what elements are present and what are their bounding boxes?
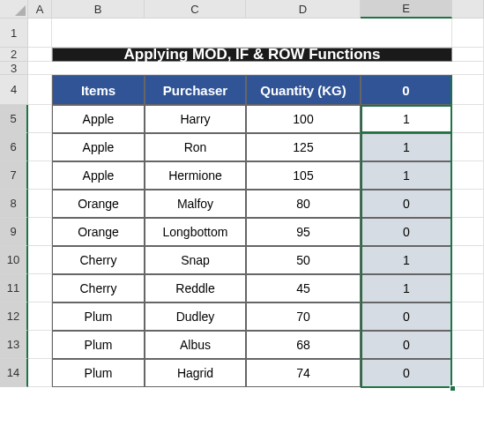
cell-f10[interactable] [452,246,484,274]
cell-a10[interactable] [28,246,52,274]
cell-purchaser-6[interactable]: Ron [145,133,246,161]
cell-flag-6[interactable]: 1 [361,133,452,161]
cell-a12[interactable] [28,302,52,331]
cell-a14[interactable] [28,359,52,387]
cell-a11[interactable] [28,274,52,302]
cell-items-8[interactable]: Orange [52,190,145,218]
title-cell[interactable]: Applying MOD, IF & ROW Functions [52,48,452,62]
cell-purchaser-11[interactable]: Reddle [145,274,246,302]
cell-f7[interactable] [452,161,484,190]
cell-a7[interactable] [28,161,52,190]
cell-flag-12[interactable]: 0 [361,302,452,331]
cell-f5[interactable] [452,105,484,133]
row-header-7[interactable]: 7 [0,161,28,190]
cell-items-12[interactable]: Plum [52,302,145,331]
cell-qty-12[interactable]: 70 [246,302,361,331]
cell-f9[interactable] [452,218,484,246]
cell-qty-9[interactable]: 95 [246,218,361,246]
header-flag[interactable]: 0 [361,75,452,105]
col-header-d[interactable]: D [246,0,361,19]
cell-purchaser-7[interactable]: Hermione [145,161,246,190]
col-header-a[interactable]: A [28,0,52,19]
cell-f1[interactable] [452,19,484,48]
row-header-6[interactable]: 6 [0,133,28,161]
cell-items-9[interactable]: Orange [52,218,145,246]
cell-purchaser-14[interactable]: Hagrid [145,359,246,387]
cell-f13[interactable] [452,331,484,359]
cell-purchaser-5[interactable]: Harry [145,105,246,133]
cell-purchaser-8[interactable]: Malfoy [145,190,246,218]
fill-handle[interactable] [450,385,456,392]
cell-flag-11[interactable]: 1 [361,274,452,302]
row-header-8[interactable]: 8 [0,190,28,218]
row-header-11[interactable]: 11 [0,274,28,302]
cell-flag-8[interactable]: 0 [361,190,452,218]
row-header-9[interactable]: 9 [0,218,28,246]
cell-a1[interactable] [28,19,52,48]
select-all-corner[interactable] [0,0,28,19]
cell-purchaser-10[interactable]: Snap [145,246,246,274]
col-header-b[interactable]: B [52,0,145,19]
cell-qty-8[interactable]: 80 [246,190,361,218]
cell-f11[interactable] [452,274,484,302]
cell-qty-7[interactable]: 105 [246,161,361,190]
spreadsheet-grid[interactable]: A B C D E 1 2 Applying MOD, IF & ROW Fun… [0,0,484,387]
cell-flag-7[interactable]: 1 [361,161,452,190]
cell-purchaser-12[interactable]: Dudley [145,302,246,331]
cell-flag-9[interactable]: 0 [361,218,452,246]
col-header-blank[interactable] [452,0,484,19]
cell-f2[interactable] [452,48,484,62]
header-quantity[interactable]: Quantity (KG) [246,75,361,105]
cell-a5[interactable] [28,105,52,133]
row-header-14[interactable]: 14 [0,359,28,387]
cell-qty-6[interactable]: 125 [246,133,361,161]
cell-items-7[interactable]: Apple [52,161,145,190]
cell-items-11[interactable]: Cherry [52,274,145,302]
cell-flag-5[interactable]: 1 [361,105,452,133]
cell-f8[interactable] [452,190,484,218]
cell-a6[interactable] [28,133,52,161]
header-purchaser[interactable]: Purchaser [145,75,246,105]
cell-purchaser-9[interactable]: Longbottom [145,218,246,246]
row-header-3[interactable]: 3 [0,62,28,75]
cell-f14[interactable] [452,359,484,387]
cell-a13[interactable] [28,331,52,359]
cell-a8[interactable] [28,190,52,218]
cell-f6[interactable] [452,133,484,161]
col-header-c[interactable]: C [145,0,246,19]
row-header-12[interactable]: 12 [0,302,28,331]
cell-qty-13[interactable]: 68 [246,331,361,359]
cell-items-5[interactable]: Apple [52,105,145,133]
cell-items-13[interactable]: Plum [52,331,145,359]
cell-qty-10[interactable]: 50 [246,246,361,274]
cell-f4[interactable] [452,75,484,105]
row-header-13[interactable]: 13 [0,331,28,359]
cell-a4[interactable] [28,75,52,105]
row-header-2[interactable]: 2 [0,48,28,62]
cell-a2[interactable] [28,48,52,62]
row-header-1[interactable]: 1 [0,19,28,48]
cell-f12[interactable] [452,302,484,331]
row-header-10[interactable]: 10 [0,246,28,274]
header-items[interactable]: Items [52,75,145,105]
row-header-4[interactable]: 4 [0,75,28,105]
cell-qty-5[interactable]: 100 [246,105,361,133]
cell-a9[interactable] [28,218,52,246]
col-header-e[interactable]: E [361,0,452,19]
cell-flag-14[interactable]: 0 [361,359,452,387]
cell-flag-10[interactable]: 1 [361,246,452,274]
cell-flag-13[interactable]: 0 [361,331,452,359]
row-header-5[interactable]: 5 [0,105,28,133]
cell-row3[interactable] [28,62,484,75]
cell-b1-e1[interactable] [52,19,452,48]
cell-items-14[interactable]: Plum [52,359,145,387]
cell-items-10[interactable]: Cherry [52,246,145,274]
cell-qty-14[interactable]: 74 [246,359,361,387]
cell-items-6[interactable]: Apple [52,133,145,161]
cell-purchaser-13[interactable]: Albus [145,331,246,359]
cell-qty-11[interactable]: 45 [246,274,361,302]
